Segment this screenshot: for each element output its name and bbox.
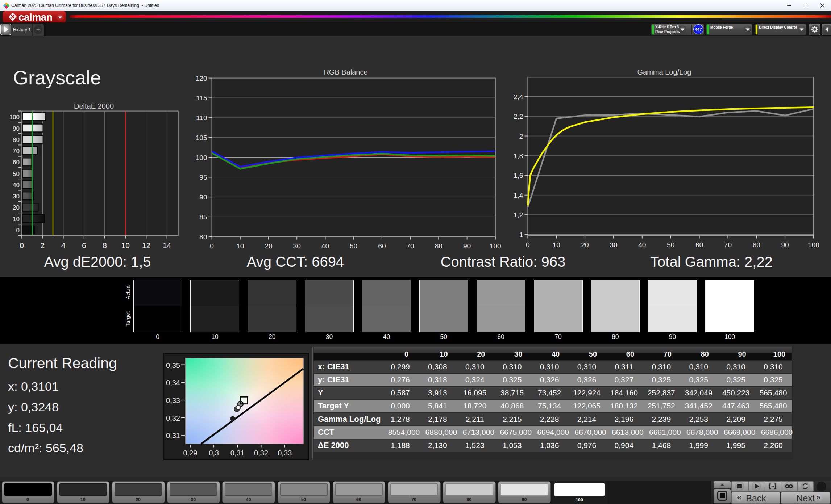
svg-text:0,32: 0,32 [254, 449, 268, 457]
svg-text:DeltaE 2000: DeltaE 2000 [74, 102, 114, 110]
svg-text:0,3: 0,3 [209, 449, 219, 457]
svg-text:14: 14 [163, 241, 171, 249]
svg-text:110: 110 [196, 114, 207, 122]
svg-text:30: 30 [293, 242, 301, 250]
svg-text:100: 100 [808, 241, 819, 249]
svg-text:12: 12 [142, 241, 150, 249]
svg-text:85: 85 [199, 213, 207, 221]
svg-text:60: 60 [695, 241, 703, 249]
svg-text:10: 10 [121, 241, 130, 249]
svg-text:0,35: 0,35 [166, 361, 180, 369]
svg-text:60: 60 [13, 159, 20, 166]
svg-text:10: 10 [13, 216, 20, 223]
svg-text:50: 50 [667, 241, 674, 249]
svg-text:4: 4 [61, 241, 66, 249]
svg-text:0,31: 0,31 [230, 449, 245, 457]
svg-text:70: 70 [724, 241, 732, 249]
svg-text:6: 6 [82, 241, 86, 249]
svg-text:90: 90 [199, 193, 207, 201]
svg-text:105: 105 [196, 134, 207, 142]
svg-text:0: 0 [20, 241, 24, 249]
svg-text:80: 80 [435, 242, 442, 250]
svg-text:70: 70 [407, 242, 414, 250]
svg-text:20: 20 [265, 242, 272, 250]
svg-text:115: 115 [196, 94, 207, 102]
svg-text:0: 0 [16, 227, 20, 234]
svg-text:40: 40 [638, 241, 646, 249]
svg-text:70: 70 [13, 148, 20, 155]
svg-text:60: 60 [378, 242, 386, 250]
svg-text:30: 30 [610, 241, 617, 249]
svg-text:50: 50 [13, 171, 20, 177]
svg-text:30: 30 [13, 193, 20, 200]
svg-text:40: 40 [13, 182, 20, 189]
svg-text:0,32: 0,32 [166, 414, 180, 422]
svg-text:90: 90 [781, 241, 789, 249]
svg-text:40: 40 [321, 242, 329, 250]
svg-text:1,6: 1,6 [514, 172, 523, 179]
svg-text:2: 2 [41, 241, 45, 249]
svg-text:1,2: 1,2 [514, 211, 523, 219]
svg-text:0,31: 0,31 [166, 432, 180, 440]
svg-text:100: 100 [9, 114, 20, 121]
svg-text:10: 10 [236, 242, 244, 250]
svg-text:8: 8 [103, 241, 107, 249]
svg-text:2: 2 [519, 133, 523, 140]
svg-text:0,29: 0,29 [183, 449, 197, 457]
svg-text:20: 20 [13, 204, 20, 211]
svg-text:RGB Balance: RGB Balance [324, 68, 367, 76]
svg-text:100: 100 [490, 242, 501, 250]
svg-text:2,2: 2,2 [514, 113, 523, 120]
svg-text:50: 50 [350, 242, 357, 250]
svg-text:120: 120 [196, 75, 207, 82]
svg-text:80: 80 [753, 241, 760, 249]
svg-text:2,4: 2,4 [514, 93, 523, 101]
svg-text:0,33: 0,33 [278, 449, 292, 457]
svg-text:100: 100 [196, 154, 207, 161]
svg-text:0,33: 0,33 [166, 396, 180, 404]
svg-text:80: 80 [199, 233, 207, 241]
svg-text:0,34: 0,34 [166, 379, 180, 387]
svg-text:80: 80 [13, 136, 20, 143]
svg-text:90: 90 [13, 125, 20, 132]
svg-text:0: 0 [210, 242, 214, 250]
svg-text:0: 0 [526, 241, 530, 249]
svg-text:Gamma Log/Log: Gamma Log/Log [637, 68, 691, 76]
svg-text:10: 10 [553, 241, 560, 249]
svg-text:95: 95 [199, 173, 207, 181]
svg-text:1: 1 [519, 231, 523, 239]
svg-text:1,4: 1,4 [514, 192, 523, 199]
svg-text:90: 90 [463, 242, 471, 250]
svg-text:1,8: 1,8 [514, 152, 523, 160]
svg-text:20: 20 [581, 241, 589, 249]
